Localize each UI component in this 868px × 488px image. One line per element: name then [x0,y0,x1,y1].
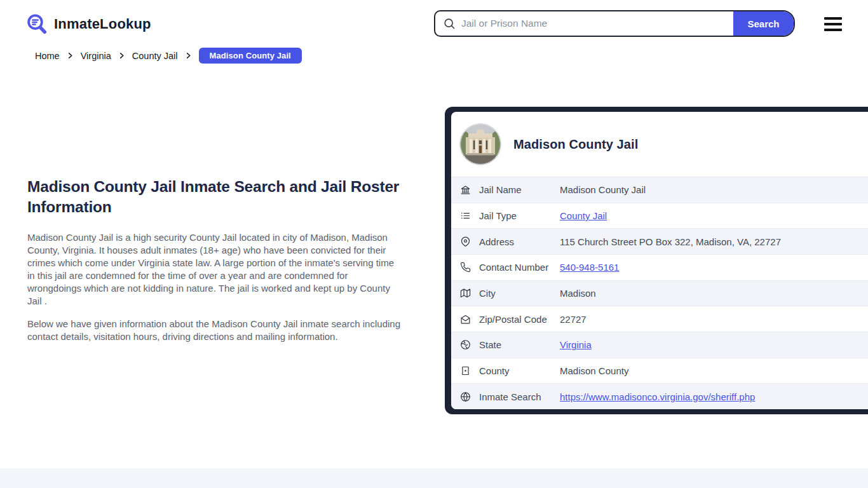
breadcrumb-county-jail[interactable]: County Jail [132,51,178,61]
search-button[interactable]: Search [733,11,794,36]
chevron-right-icon [67,52,74,59]
table-row: State Virginia [451,332,868,358]
phone-icon [460,262,471,273]
search-bar: Search [434,10,795,37]
table-row: Zip/Postal Code 22727 [451,306,868,332]
row-label: Contact Number [479,262,560,273]
breadcrumb: Home Virginia County Jail Madison County… [35,48,302,64]
table-row: Address 115 Church Street PO Box 322, Ma… [451,228,868,254]
page-title: Madison County Jail Inmate Search and Ja… [27,177,403,217]
globe-grid-icon [460,391,471,402]
row-value: Madison County [560,365,628,376]
row-value-link[interactable]: https://www.madisonco.virginia.gov/sheri… [560,391,755,402]
jail-info-card: Madison County Jail Jail Name Madison Co… [445,107,868,414]
jail-card-header: Madison County Jail [451,112,868,177]
chevron-right-icon [185,52,192,59]
magnifier-logo-icon [25,13,48,36]
row-label: County [479,365,560,376]
brand-name: InmateLookup [54,16,151,32]
globe-icon [460,339,471,350]
row-label: City [479,288,560,299]
row-label: State [479,339,560,350]
jail-photo [460,124,501,165]
table-row: Contact Number 540-948-5161 [451,254,868,280]
row-value-link[interactable]: Virginia [560,339,592,350]
row-label: Address [479,236,560,247]
row-value-link[interactable]: 540-948-5161 [560,262,619,273]
site-logo[interactable]: InmateLookup [25,13,151,36]
row-value: 22727 [560,314,587,325]
footer-strip [0,468,868,488]
row-label: Jail Type [479,210,560,221]
county-map-icon [460,365,471,376]
row-value: Madison [560,288,596,299]
map-pin-icon [460,236,471,247]
row-label: Jail Name [479,184,560,195]
table-row: Jail Type County Jail [451,203,868,229]
menu-icon[interactable] [824,17,842,31]
row-value-link[interactable]: County Jail [560,210,607,221]
table-row: County Madison County [451,358,868,384]
row-label: Zip/Postal Code [479,314,560,325]
row-value: Madison County Jail [560,184,646,195]
page: InmateLookup Search Home Virginia County… [0,0,868,488]
search-input[interactable] [461,11,733,36]
row-value: 115 Church Street PO Box 322, Madison, V… [560,236,781,247]
chevron-right-icon [118,52,125,59]
breadcrumb-virginia[interactable]: Virginia [81,51,111,61]
row-label: Inmate Search [479,391,560,402]
map-icon [460,288,471,299]
jail-info-table: Jail Name Madison County Jail Jail Type … [451,177,868,409]
info-paragraph: Below we have given information about th… [27,318,403,343]
breadcrumb-current-badge: Madison County Jail [199,48,302,64]
envelope-icon [460,314,471,325]
jail-info-card-inner: Madison County Jail Jail Name Madison Co… [451,112,868,409]
table-row: Inmate Search https://www.madisonco.virg… [451,383,868,409]
intro-paragraph: Madison County Jail is a high security C… [27,231,403,308]
table-row: Jail Name Madison County Jail [451,177,868,203]
jail-card-title: Madison County Jail [513,137,638,152]
search-box [435,11,733,36]
search-icon [443,17,456,30]
bank-icon [460,184,471,195]
breadcrumb-home[interactable]: Home [35,51,60,61]
list-icon [460,210,471,221]
table-row: City Madison [451,280,868,306]
article: Madison County Jail Inmate Search and Ja… [27,177,403,353]
